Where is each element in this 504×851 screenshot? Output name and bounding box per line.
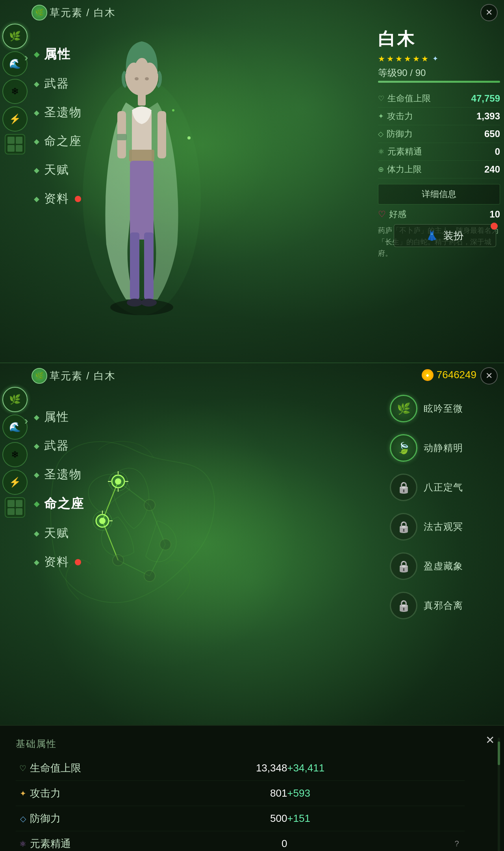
avatar-s2-0[interactable]: 🌿 [2, 387, 28, 412]
node-label-4: 法古观冥 [424, 520, 463, 533]
node-circle-2: 🍃 [390, 434, 417, 462]
avatar-item-0[interactable]: 🌿 [2, 24, 28, 49]
em-row-label: 元素精通 [30, 831, 117, 851]
node-label-1: 眩吟至微 [424, 402, 463, 415]
constellation-node-4[interactable]: 法古观冥 [390, 513, 500, 541]
atk-row-bonus: +593 [287, 781, 449, 806]
stat-row-em: ⚛ 元素精通 0 [378, 143, 500, 161]
nav-item-weapon[interactable]: ◆ 武器 [34, 69, 82, 98]
basic-stat-row-em: ⚛ 元素精通 0 ? [16, 831, 465, 851]
stat-value-hp: 47,759 [471, 93, 500, 104]
atk-row-base: 801 [117, 781, 287, 806]
nav-item-s2-profile[interactable]: ◆ 资料 [34, 548, 84, 576]
nav-diamond-icon: ◆ [34, 529, 40, 538]
em-row-icon: ⚛ [16, 831, 30, 851]
nav-item-s2-weapon[interactable]: ◆ 武器 [34, 431, 84, 460]
svg-point-37 [144, 570, 155, 582]
svg-point-11 [145, 77, 149, 80]
star-3: ★ [395, 54, 402, 63]
nav-label-talent: 天赋 [44, 162, 69, 178]
svg-rect-14 [158, 111, 166, 158]
nav-diamond-icon: ◆ [34, 80, 40, 88]
character-info-panel: 白木 ★ ★ ★ ★ ★ ★ ✦ 等级90 / 90 ♡ 生命值上限 47,75… [378, 28, 500, 259]
avatar-item-1[interactable]: 🌊 [2, 51, 28, 76]
profile-badge-s2 [75, 559, 81, 565]
avatar-grid-button[interactable] [5, 134, 25, 154]
basic-stat-row-hp: ♡ 生命值上限 13,348 +34,411 [16, 756, 465, 781]
detail-button[interactable]: 详细信息 [378, 184, 500, 204]
nav-item-talent[interactable]: ◆ 天赋 [34, 156, 82, 184]
hp-row-info [449, 756, 465, 781]
svg-point-32 [99, 518, 106, 524]
stat-row-atk: ✦ 攻击力 1,393 [378, 108, 500, 125]
svg-rect-6 [144, 232, 154, 299]
avatar-item-2[interactable]: ❄ [2, 79, 28, 104]
avatar-sidebar-s2: 🌿 🌊 ❄ ⚡ [0, 387, 30, 518]
constellation-nodes-panel: 🌿 眩吟至微 🍃 动静精明 八正定气 法古观冥 盈虚藏象 真邪合离 [390, 395, 500, 631]
svg-point-10 [135, 77, 139, 80]
nav-item-artifact[interactable]: ◆ 圣遗物 [34, 98, 82, 127]
level-bar [378, 81, 500, 83]
avatar-s2-1[interactable]: 🌊 [2, 414, 28, 440]
em-row-bonus [287, 831, 449, 851]
nav-item-s2-attributes[interactable]: ◆ 属性 [34, 403, 84, 431]
star-6: ★ [421, 54, 428, 63]
close-button[interactable]: ✕ [480, 4, 498, 21]
constellation-node-2[interactable]: 🍃 动静精明 [390, 434, 500, 462]
avatar-s2-2[interactable]: ❄ [2, 442, 28, 467]
stat-row-def: ◇ 防御力 650 [378, 125, 500, 143]
svg-point-36 [113, 555, 124, 566]
stats-close-button[interactable]: ✕ [482, 732, 498, 748]
nav-label-s2-talent: 天赋 [44, 525, 69, 541]
svg-point-17 [172, 109, 174, 111]
affection-label: 好感 [389, 208, 406, 220]
constellation-node-6[interactable]: 真邪合离 [390, 592, 500, 619]
nav-label-profile: 资料 [44, 191, 69, 207]
nav-label-s2-attr: 属性 [44, 409, 69, 425]
profile-notification-badge [75, 196, 81, 202]
close-button-s2[interactable]: ✕ [480, 367, 498, 385]
level-bar-container: 等级90 / 90 [378, 67, 500, 83]
coin-icon: ● [422, 369, 434, 381]
avatar-s2-3[interactable]: ⚡ [2, 470, 28, 495]
coins-display: ● 7646249 [422, 369, 476, 381]
avatar-grid-s2[interactable] [5, 497, 25, 518]
svg-point-16 [187, 136, 191, 139]
atk-icon: ✦ [378, 112, 384, 121]
nav-item-s2-talent[interactable]: ◆ 天赋 [34, 519, 84, 548]
node-circle-6 [390, 592, 417, 619]
avatar-item-3[interactable]: ⚡ [2, 106, 28, 132]
nav-diamond-icon: ◆ [34, 558, 40, 567]
constellation-node-5[interactable]: 盈虚藏象 [390, 552, 500, 580]
node-circle-4 [390, 513, 417, 541]
svg-rect-12 [138, 94, 146, 106]
stat-value-em: 0 [495, 146, 500, 157]
stat-label-def: 防御力 [387, 128, 413, 140]
element-icon: 🌿 [32, 5, 47, 20]
nav-item-constellation[interactable]: ◆ 命之座 [34, 127, 82, 156]
costume-icon: 👗 [426, 230, 438, 241]
svg-rect-4 [130, 161, 154, 240]
svg-point-39 [144, 500, 155, 511]
hp-row-bonus: +34,411 [287, 756, 449, 781]
def-row-icon: ◇ [16, 806, 30, 831]
constellation-node-1[interactable]: 🌿 眩吟至微 [390, 395, 500, 422]
nav-diamond-icon: ◆ [34, 137, 40, 146]
atk-row-info [449, 781, 465, 806]
stat-label-em: 元素精通 [387, 146, 422, 158]
character-art [71, 0, 220, 347]
nav-label-s2-const: 命之座 [44, 495, 84, 513]
nav-item-s2-artifact[interactable]: ◆ 圣遗物 [34, 460, 84, 489]
em-row-info[interactable]: ? [449, 831, 465, 851]
stamina-icon: ⊕ [378, 165, 384, 174]
nav-item-s2-constellation[interactable]: ◆ 命之座 [34, 489, 84, 519]
nav-item-attributes[interactable]: ◆ 属性 [34, 39, 82, 69]
star-1: ★ [378, 54, 385, 63]
stat-row-stamina: ⊕ 体力上限 240 [378, 161, 500, 178]
svg-point-25 [115, 478, 121, 485]
stats-scrollbar[interactable] [498, 738, 500, 851]
constellation-node-3[interactable]: 八正定气 [390, 474, 500, 501]
costume-button[interactable]: 👗 装扮 [394, 224, 496, 247]
nav-item-profile[interactable]: ◆ 资料 [34, 184, 82, 213]
star-5: ★ [413, 54, 420, 63]
